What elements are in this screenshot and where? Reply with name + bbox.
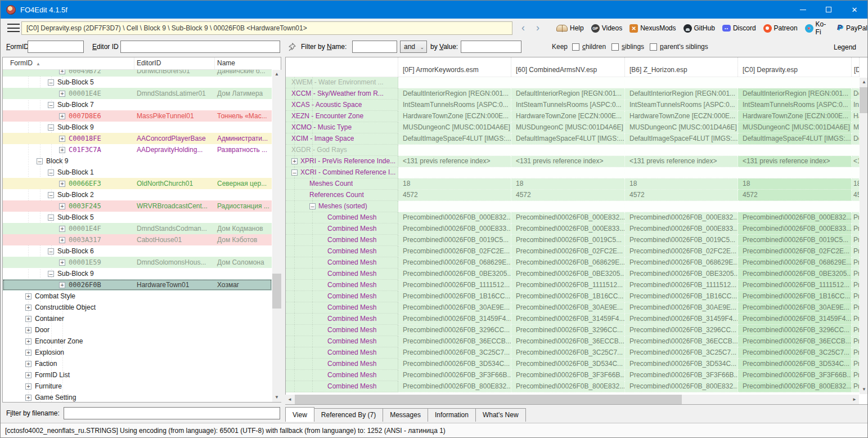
value-cell[interactable]: Precombined\00026F0B_36ECCB... [511,336,625,347]
value-cell[interactable]: Precombined\00026F0B_31459F4... [625,314,738,325]
value-cell[interactable]: DefaultInteriorRegion [REGN:001... [625,88,738,100]
tree-record-row[interactable]: +0003F245WRVRBroadcastCent...Радиостанци… [3,200,272,212]
collapse-icon[interactable]: – [48,169,54,176]
collapse-icon[interactable]: – [48,192,54,198]
value-cell[interactable]: 18 [398,178,511,190]
table-row[interactable]: Combined MeshPrecombined\00026F0B_000E83… [286,212,860,224]
collapse-icon[interactable]: – [48,214,54,221]
value-cell[interactable]: Precombined\00026F0B_3D534C... [398,359,511,370]
collapse-icon[interactable]: – [291,169,298,176]
tree-node-row[interactable]: +Furniture [3,381,272,392]
tree-node-row[interactable]: –Sub-Block 5 [3,212,272,223]
expand-icon[interactable]: + [59,91,65,97]
value-cell[interactable]: Precombined\00026F0B_3C25C7... [625,347,738,359]
expand-icon[interactable]: + [59,147,65,153]
value-cell[interactable]: Precombined\00026F0B_000E832... [738,212,852,224]
table-row[interactable]: –Meshes (sorted) [286,201,860,212]
value-cell[interactable] [511,167,625,178]
value-cell[interactable]: Precombined\00026F0B_000E833... [852,224,860,235]
tree-node-row[interactable]: –Sub-Block 5 [3,77,272,88]
grid-column-header[interactable]: [C0] Depravity.esp [738,57,852,77]
value-cell[interactable]: DefaultInteriorRegion [REGN:001... [511,88,625,100]
tab-what-s-new[interactable]: What's New [475,408,526,422]
tree-record-row[interactable]: +00066EF3OldNorthChurch01Северная цер... [3,178,272,189]
grid-column-header[interactable] [286,57,398,77]
table-row[interactable]: Combined MeshPrecombined\00026F0B_30AE9E… [286,302,860,314]
scroll-up-icon[interactable]: ▲ [860,78,868,87]
value-cell[interactable]: 18 [511,178,625,190]
value-cell[interactable] [625,167,738,178]
value-cell[interactable]: Precombined\00026F0B_1111512... [625,280,738,291]
value-cell[interactable]: 4572 [625,190,738,201]
toolbar-link-nexusmods[interactable]: NexusMods [629,24,676,33]
expand-icon[interactable]: + [59,282,65,288]
value-cell[interactable]: Precombined\00026F0B_068629E... [511,257,625,269]
value-cell[interactable]: DefaultInteriorRegion [REGN:001... [398,88,511,100]
scroll-right-icon[interactable]: ► [850,395,859,404]
table-row[interactable]: +XPRI - PreVis Reference Inde...<131 pre… [286,156,860,167]
table-row[interactable]: Combined MeshPrecombined\00026F0B_000E83… [286,224,860,235]
expand-icon[interactable]: + [59,113,65,119]
value-cell[interactable]: IntSteamTunnelsRooms [ASPC:0... [398,100,511,111]
expand-icon[interactable]: + [59,237,65,243]
value-cell[interactable] [625,145,738,156]
tree-record-row[interactable]: +0007D8E6MassPikeTunnel01Тоннель «Мас... [3,110,272,122]
value-cell[interactable]: Precombined\00026F0B_800E832... [852,381,860,392]
tree-record-row[interactable]: +0003A317CabotHouse01Дом Кэботов [3,234,272,245]
tree-node-row[interactable]: +Encounter Zone [3,336,272,347]
value-cell[interactable] [738,201,852,212]
value-cell[interactable]: Precombined\00026F0B_3D534C... [852,359,860,370]
value-cell[interactable]: Precombined\00026F0B_02FC2E... [852,246,860,257]
value-cell[interactable]: Precombined\00026F0B_3296CC... [852,325,860,336]
pin-icon[interactable] [289,43,296,53]
table-row[interactable]: XGDR - God Rays [286,145,860,156]
expand-icon[interactable]: + [59,70,65,74]
value-cell[interactable]: Precombined\00026F0B_3C25C7... [852,347,860,359]
value-cell[interactable]: 18 [738,178,852,190]
value-cell[interactable]: HardwareTownZone [ECZN:000E... [738,111,852,122]
value-cell[interactable]: Precombined\00026F0B_000E832... [852,212,860,224]
table-row[interactable]: Combined MeshPrecombined\00026F0B_3D534C… [286,359,860,370]
value-cell[interactable]: Precombined\00026F0B_1111512... [511,280,625,291]
value-cell[interactable]: Precombined\00026F0B_31459F4... [398,314,511,325]
value-cell[interactable]: Precombined\00026F0B_068629E... [625,257,738,269]
tree-record-row[interactable]: +00001E4EDmndStandsLatimer01Дом Латимера [3,88,272,99]
value-cell[interactable]: Precombined\00026F0B_000E833... [738,224,852,235]
value-cell[interactable]: <131 previs reference index> [511,156,625,167]
value-cell[interactable]: 4572 [852,190,860,201]
value-cell[interactable]: Precombined\00026F0B_068629E... [852,257,860,269]
value-cell[interactable]: Precombined\00026F0B_31459F4... [738,314,852,325]
expand-icon[interactable]: + [25,316,32,322]
toolbar-link-discord[interactable]: Discord [722,24,756,32]
value-cell[interactable]: Precombined\00026F0B_0019C5... [852,235,860,246]
value-cell[interactable]: HardwareTownZone [ECZN:000E... [852,111,860,122]
value-cell[interactable]: Precombined\00026F0B_3D534C... [625,359,738,370]
tree-node-row[interactable]: +Explosion [3,347,272,358]
tree-node-row[interactable]: –Sub-Block 9 [3,122,272,133]
keep-checkbox-parent-s-siblings[interactable]: parent's siblings [650,43,708,51]
tree-record-row[interactable]: +C01F3C7AAADepravityHolding...Развратнос… [3,144,272,155]
collapse-icon[interactable]: – [48,79,54,86]
value-cell[interactable]: Precombined\00026F0B_1B16CC... [852,291,860,302]
tree-node-row[interactable]: –Sub-Block 7 [3,99,272,110]
value-cell[interactable]: Precombined\00026F0B_36ECCB... [398,336,511,347]
value-cell[interactable]: Precombined\00026F0B_068629E... [398,257,511,269]
value-cell[interactable] [511,77,625,88]
value-cell[interactable]: Precombined\00026F0B_31459F4... [511,314,625,325]
filter-value-input[interactable] [461,41,521,53]
value-cell[interactable]: MUSDungeonC [MUSC:001D4A6E] [852,122,860,133]
value-cell[interactable]: Precombined\00026F0B_800E832... [738,381,852,392]
collapse-icon[interactable]: – [48,248,54,254]
expand-icon[interactable]: + [59,260,65,266]
collapse-icon[interactable]: – [48,271,54,277]
value-cell[interactable]: 18 [625,178,738,190]
value-cell[interactable]: 4572 [511,190,625,201]
toolbar-link-github[interactable]: GitHub [683,24,715,33]
value-cell[interactable]: Precombined\00026F0B_000E832... [398,212,511,224]
value-cell[interactable]: IntSteamTunnelsRooms [ASPC:0... [511,100,625,111]
grid-horizontal-scrollbar[interactable]: ◄ ► [285,395,859,404]
value-cell[interactable] [511,201,625,212]
filename-filter-input[interactable] [64,407,280,419]
table-row[interactable]: Combined MeshPrecombined\00026F0B_3C25C7… [286,347,860,359]
tree-node-row[interactable]: +FormID List [3,369,272,381]
